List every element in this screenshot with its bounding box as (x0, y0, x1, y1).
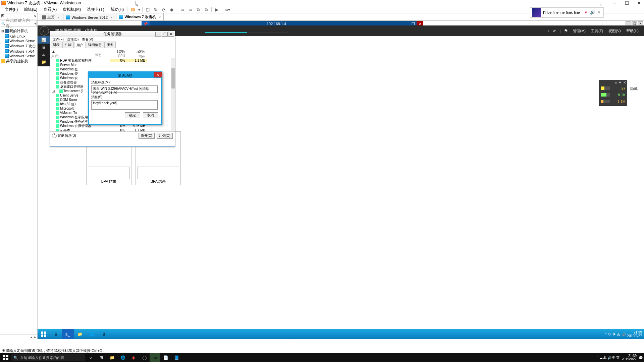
menu-vm[interactable]: 虚拟机(M) (60, 6, 84, 13)
tray-chevron-icon[interactable]: ˄ (597, 356, 599, 360)
menu-help[interactable]: 帮助(H) (625, 28, 640, 34)
tab-performance[interactable]: 性能 (62, 42, 74, 48)
tab-processes[interactable]: 进程 (51, 42, 62, 48)
menu-file[interactable]: 文件(F) (2, 6, 20, 13)
overlay-hide-button[interactable]: 隐藏 (630, 86, 638, 91)
guest-start-button[interactable] (38, 329, 50, 339)
tab-users[interactable]: 用户 (74, 42, 86, 48)
taskbar-rdp-icon[interactable]: 🖥 (98, 329, 110, 339)
dialog-close-button[interactable]: ✕ (154, 72, 162, 77)
menu-tabs[interactable]: 选项卡(T) (84, 6, 107, 13)
taskbar-app-icon[interactable]: 📄 (160, 353, 171, 362)
performance-overlay[interactable]: ≡ ▼ ✕ 27 8.1K 1.1M 隐藏 (599, 80, 627, 106)
sidebar-close-icon[interactable]: ✕ (34, 14, 37, 18)
taskbar-taskview-icon[interactable]: ⊞ (96, 353, 107, 362)
taskmgr-menu-options[interactable]: 选项(O) (66, 37, 80, 42)
overlay-caret-icon[interactable]: ▼ (618, 80, 622, 84)
tab-active-vm[interactable]: Windows 7 攻击机× (116, 13, 164, 20)
taskmgr-close-button[interactable]: ✕ (168, 32, 174, 37)
sidebar-search-input[interactable]: 在此处键入内容… ▾ (1, 20, 37, 27)
stretch-button[interactable]: ▭ (179, 7, 185, 13)
notification-close-icon[interactable]: × (600, 2, 602, 7)
taskbar-explorer-icon[interactable]: 📁 (74, 329, 86, 339)
send-message-dialog[interactable]: 发送消息 ✕ 消息标题(M): 来自 WIN-SJ29EAFA0VH\Test … (88, 71, 162, 125)
host-close-button[interactable]: ✕ (634, 0, 644, 6)
dropdown-caret[interactable]: ▾ (138, 7, 140, 12)
cancel-button[interactable]: 取消 (143, 112, 158, 118)
tree-vm-item[interactable]: Windows 7 攻击 (0, 43, 37, 49)
tray-notifications-icon[interactable]: 💬 (639, 356, 643, 360)
rail-local-icon[interactable]: 🖥 (38, 44, 50, 51)
rail-all-icon[interactable]: 🖧 (38, 51, 50, 58)
tab-close-icon[interactable]: × (159, 15, 161, 19)
logoff-button[interactable]: 注销(O) (157, 133, 173, 139)
tray-flag-icon[interactable]: ⚑ (613, 333, 616, 336)
host-clock[interactable]: 21:39 2019/9/27 (621, 354, 638, 361)
tray-onedrive-icon[interactable]: ☁ (599, 356, 603, 360)
fullscreen-button[interactable]: ▶ (214, 7, 220, 13)
tray-volume-icon[interactable]: 🔊 (622, 333, 626, 336)
tray-chevron-icon[interactable]: ˄ (605, 333, 607, 336)
library-button[interactable]: ▭▾ (224, 7, 230, 13)
taskbar-obs-icon[interactable]: ◯ (139, 353, 150, 362)
tree-vm-item[interactable]: Windows 7 x64 (0, 49, 37, 54)
message-title-field[interactable]: 来自 WIN-SJ29EAFA0VH\Test 的消息 - 2019/9/27 … (91, 85, 158, 93)
process-row[interactable]: RDP 剪贴板监视程序0%1.1 MB (50, 58, 175, 63)
taskbar-explorer-icon[interactable]: 📁 (107, 353, 117, 362)
fit-guest-button[interactable]: ▭ (187, 7, 193, 13)
guest-taskbar[interactable]: 🖥 ≥_ 📁 🌐 🖥 ˄ 🛡 ⚑ 🖧 🔊 21:39 2019/9/27 (38, 329, 644, 339)
menu-view[interactable]: 视图(V) (607, 28, 622, 34)
tree-vm-item[interactable]: Kali Linux (0, 34, 37, 39)
menu-edit[interactable]: 编辑(E) (21, 6, 40, 13)
snapshot-button[interactable]: ⬚ (145, 7, 151, 13)
disconnect-button[interactable]: 断开(C) (139, 133, 155, 139)
taskbar-powershell-icon[interactable]: ≥_ (62, 329, 74, 339)
host-taskbar[interactable]: 在这里输入你要搜索的内容 ○ ⊞ 📁 🌐 ◉ ◯ ▭ 📄 📘 ˄ ☁ 🖧 🔊 中… (0, 353, 644, 362)
ok-button[interactable]: 确定 (125, 112, 140, 118)
refresh-icon[interactable]: ⟳ (552, 28, 557, 34)
process-row[interactable]: Server Man (50, 63, 175, 67)
host-minimize-button[interactable]: ─ (610, 0, 620, 6)
taskbar-cortana-icon[interactable]: ○ (85, 353, 96, 362)
speaker-icon[interactable]: 🔊 (590, 10, 595, 15)
overlay-close-icon[interactable]: ✕ (623, 80, 626, 85)
tab-home[interactable]: 主页× (39, 14, 62, 20)
taskmgr-minimize-button[interactable]: ─ (155, 32, 161, 37)
message-body-field[interactable]: Hey!I hack you! (91, 100, 158, 110)
taskmgr-titlebar[interactable]: 任务管理器 ─ ☐ ✕ (50, 31, 175, 37)
taskmgr-column-header[interactable]: ▲用户 状态 10%CPU 53%内存 (50, 48, 175, 58)
taskbar-app-red-icon[interactable]: ◉ (128, 353, 139, 362)
overlay-menu-icon[interactable]: ≡ (615, 80, 617, 84)
menu-tools[interactable]: 工具(T) (590, 28, 604, 34)
taskmgr-menu-file[interactable]: 文件(F) (51, 37, 65, 42)
tray-ime-icon[interactable]: 中 英 (612, 355, 620, 360)
tray-network-icon[interactable]: 🖧 (603, 356, 607, 360)
sidebar-scrollbar[interactable]: ◄ ► (0, 335, 37, 339)
taskbar-chrome-icon[interactable]: 🌐 (86, 329, 98, 339)
taskmgr-menu-view[interactable]: 查看(V) (80, 37, 94, 42)
tree-vm-item[interactable]: Windows Serve (0, 39, 37, 43)
manage-button[interactable]: ◉ (169, 7, 175, 13)
rail-dashboard-icon[interactable]: 📊 (38, 36, 50, 44)
tree-shared[interactable]: 共享的虚拟机 (0, 58, 37, 64)
flag-icon[interactable]: ⚑ (564, 28, 569, 34)
notification-minimize-icon[interactable] (604, 5, 607, 5)
dialog-titlebar[interactable]: 发送消息 ✕ (89, 73, 161, 78)
fit-window-button[interactable]: ⧉ (195, 7, 201, 13)
process-row[interactable]: Windows 登 (50, 67, 175, 71)
host-start-button[interactable] (0, 353, 11, 362)
tab-ws2012[interactable]: Windows Server 2012× (63, 14, 115, 20)
menu-help[interactable]: 帮助(H) (108, 6, 127, 13)
taskmgr-maximize-button[interactable]: ☐ (162, 32, 168, 37)
host-search-input[interactable]: 在这里输入你要搜索的内容 (11, 354, 85, 361)
music-notification[interactable]: I'll be fine-ine-fine, fine ♥ 🔊 ≡ (530, 7, 604, 17)
tab-close-icon[interactable]: × (110, 15, 112, 19)
heart-icon[interactable]: ♥ (583, 10, 588, 15)
back-button[interactable]: ← (40, 26, 49, 36)
tray-shield-icon[interactable]: 🛡 (608, 333, 611, 336)
tray-volume-icon[interactable]: 🔊 (607, 356, 611, 360)
menu-icon[interactable]: ≡ (597, 10, 601, 15)
pause-button[interactable] (130, 7, 136, 13)
process-row[interactable]: 记事本0%1.7 MB (50, 128, 175, 131)
snapshot-mgr-button[interactable]: ◔ (161, 7, 167, 13)
